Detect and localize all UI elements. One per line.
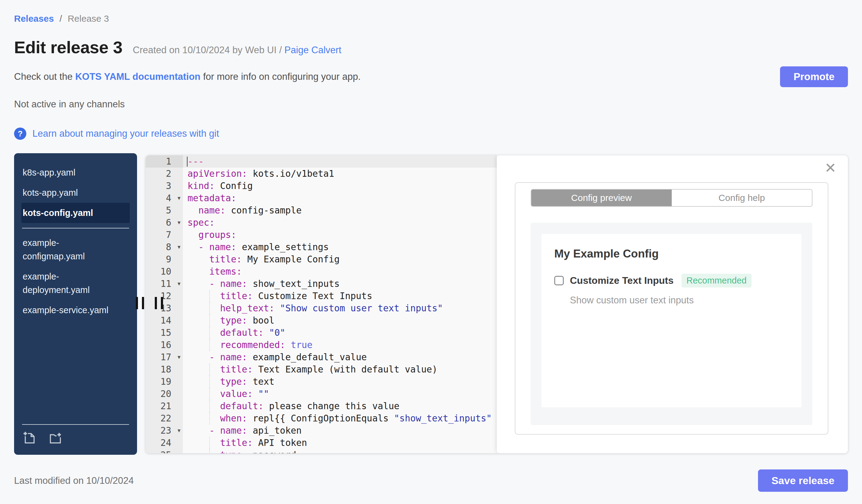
doc-suffix: for more info on configuring your app.	[200, 71, 361, 82]
file-item-kots-app-yaml[interactable]: kots-app.yaml	[22, 183, 130, 203]
git-help-row: ? Learn about managing your releases wit…	[14, 128, 848, 140]
code-line-11: - name: show_text_inputs	[183, 278, 497, 290]
yaml-editor[interactable]: 1234▾56▾78▾91011▾121314151617▾1819202122…	[146, 155, 497, 453]
gutter-line-14: 14	[146, 314, 183, 327]
code-line-13: help_text: "Show custom user text inputs…	[183, 302, 497, 314]
gutter-line-19: 19	[146, 375, 183, 388]
editor-code[interactable]: ---apiVersion: kots.io/v1beta1kind: Conf…	[183, 155, 497, 453]
gutter-line-25: 25	[146, 449, 183, 453]
code-line-10: items:	[183, 265, 497, 278]
breadcrumb: Releases / Release 3	[14, 13, 848, 24]
tab-config-preview[interactable]: Config preview	[531, 190, 672, 206]
breadcrumb-separator: /	[59, 13, 62, 24]
config-item-row: Customize Text Inputs Recommended	[554, 274, 792, 288]
new-folder-button[interactable]	[48, 431, 62, 446]
breadcrumb-releases-link[interactable]: Releases	[14, 13, 54, 24]
code-line-3: kind: Config	[183, 180, 497, 192]
save-release-button[interactable]: Save release	[758, 469, 848, 492]
code-line-4: metadata:	[183, 192, 497, 204]
gutter-line-13: 13	[146, 302, 183, 314]
file-item-example-deployment-yaml[interactable]: example- deployment.yaml	[22, 266, 130, 300]
file-item-example-configmap-yaml[interactable]: example- configmap.yaml	[22, 233, 130, 266]
created-info: Created on 10/10/2024 by Web UI / Paige …	[133, 45, 341, 56]
code-line-18: title: Text Example (with default value)	[183, 363, 497, 375]
new-file-button[interactable]	[23, 431, 37, 446]
edit-release-page: Releases / Release 3 Edit release 3 Crea…	[0, 0, 862, 504]
git-releases-link[interactable]: Learn about managing your releases with …	[32, 128, 219, 139]
gutter-line-17: 17▾	[146, 351, 183, 363]
file-item-k8s-app-yaml[interactable]: k8s-app.yaml	[22, 162, 130, 183]
sidebar-resize-handle[interactable]	[136, 297, 144, 309]
config-preview-panel: ✕ Config previewConfig help My Example C…	[497, 155, 848, 453]
text-cursor	[187, 157, 187, 167]
fold-arrow-icon[interactable]: ▾	[178, 351, 181, 363]
tab-config-help[interactable]: Config help	[672, 190, 812, 206]
preview-resize-handle[interactable]	[155, 297, 163, 309]
preview-tabs: Config previewConfig help	[531, 189, 812, 207]
doc-row: Check out the KOTS YAML documentation fo…	[14, 66, 848, 87]
fold-arrow-icon[interactable]: ▾	[178, 241, 181, 253]
file-item-kots-config-yaml[interactable]: kots-config.yaml	[22, 203, 130, 223]
gutter-line-20: 20	[146, 388, 183, 400]
gutter-line-11: 11▾	[146, 278, 183, 290]
main-content: k8s-app.yamlkots-app.yamlkots-config.yam…	[14, 153, 848, 455]
gutter-line-22: 22	[146, 412, 183, 424]
gutter-line-4: 4▾	[146, 192, 183, 204]
preview-body: My Example Config Customize Text Inputs …	[531, 223, 812, 425]
breadcrumb-current: Release 3	[68, 13, 109, 24]
code-line-5: name: config-sample	[183, 204, 497, 216]
editor-card: 1234▾56▾78▾91011▾121314151617▾1819202122…	[146, 155, 848, 453]
code-line-20: value: ""	[183, 388, 497, 400]
kots-yaml-doc-link[interactable]: KOTS YAML documentation	[75, 71, 200, 82]
code-line-23: - name: api_token	[183, 424, 497, 437]
fold-arrow-icon[interactable]: ▾	[178, 216, 181, 229]
gutter-line-5: 5	[146, 204, 183, 216]
customize-text-inputs-checkbox[interactable]	[554, 276, 564, 285]
created-author-link[interactable]: Paige Calvert	[285, 45, 341, 55]
fold-arrow-icon[interactable]: ▾	[178, 192, 181, 204]
gutter-line-2: 2	[146, 168, 183, 180]
code-line-21: default: please change this value	[183, 400, 497, 412]
file-item-example-service-yaml[interactable]: example-service.yaml	[22, 300, 130, 320]
created-text: Created on 10/10/2024 by Web UI /	[133, 45, 285, 55]
code-line-1: ---	[183, 155, 497, 168]
gutter-line-8: 8▾	[146, 241, 183, 253]
gutter-line-1: 1	[146, 155, 183, 168]
footer-bar: Last modified on 10/10/2024 Save release	[14, 469, 848, 492]
code-line-24: title: API token	[183, 437, 497, 449]
question-circle-icon: ?	[14, 128, 26, 140]
new-file-icon	[23, 431, 37, 445]
close-icon[interactable]: ✕	[824, 161, 836, 175]
channel-status: Not active in any channels	[14, 99, 848, 110]
code-line-2: apiVersion: kots.io/v1beta1	[183, 168, 497, 180]
config-group-title: My Example Config	[554, 248, 792, 260]
editor-gutter: 1234▾56▾78▾91011▾121314151617▾1819202122…	[146, 155, 183, 453]
code-line-14: type: bool	[183, 314, 497, 327]
last-modified-text: Last modified on 10/10/2024	[14, 475, 134, 486]
gutter-line-10: 10	[146, 265, 183, 278]
fold-arrow-icon[interactable]: ▾	[178, 278, 181, 290]
fold-arrow-icon[interactable]: ▾	[178, 424, 181, 437]
file-list: k8s-app.yamlkots-app.yamlkots-config.yam…	[14, 162, 137, 320]
code-line-7: groups:	[183, 229, 497, 241]
code-line-16: recommended: true	[183, 339, 497, 351]
gutter-line-7: 7	[146, 229, 183, 241]
code-line-8: - name: example_settings	[183, 241, 497, 253]
code-line-15: default: "0"	[183, 327, 497, 339]
promote-button[interactable]: Promote	[780, 66, 848, 87]
page-title: Edit release 3	[14, 37, 122, 57]
config-card: My Example Config Customize Text Inputs …	[541, 234, 801, 407]
gutter-line-24: 24	[146, 437, 183, 449]
gutter-line-23: 23▾	[146, 424, 183, 437]
code-line-6: spec:	[183, 216, 497, 229]
code-line-19: type: text	[183, 375, 497, 388]
code-line-17: - name: example_default_value	[183, 351, 497, 363]
code-line-12: title: Customize Text Inputs	[183, 290, 497, 302]
code-line-22: when: repl{{ ConfigOptionEquals "show_te…	[183, 412, 497, 424]
doc-text: Check out the KOTS YAML documentation fo…	[14, 71, 361, 82]
code-line-25: type: password	[183, 449, 497, 453]
sidebar-spacer	[14, 320, 137, 424]
code-line-9: title: My Example Config	[183, 253, 497, 265]
gutter-line-21: 21	[146, 400, 183, 412]
file-list-divider	[22, 228, 129, 228]
